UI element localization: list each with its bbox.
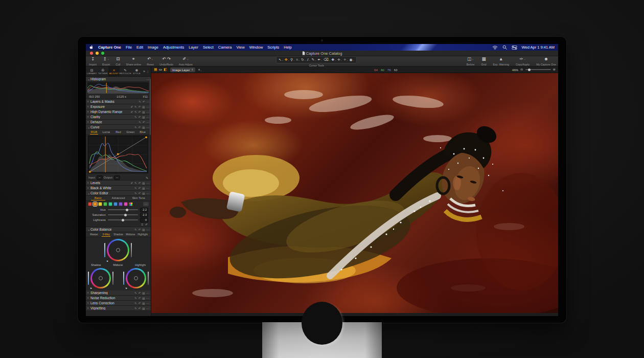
reset-button[interactable]: ↶⌄ Reset bbox=[147, 56, 154, 66]
menu-item-edit[interactable]: Edit bbox=[136, 45, 143, 50]
swatch-green[interactable] bbox=[103, 202, 107, 206]
tab-style[interactable]: ❋STYLE bbox=[131, 66, 143, 76]
hue-value[interactable]: 2.2 bbox=[140, 208, 148, 212]
reset-icon[interactable]: ↶ bbox=[139, 292, 141, 295]
curve-graph[interactable] bbox=[86, 135, 151, 175]
preset-icon[interactable]: ▤ bbox=[142, 105, 145, 108]
reset-icon[interactable]: ↶ bbox=[139, 187, 141, 190]
pen-icon[interactable]: ✐ bbox=[130, 182, 133, 185]
tab-menu-icon[interactable]: ⋮ bbox=[146, 70, 149, 73]
multi-view-icon[interactable]: ▦ bbox=[154, 68, 157, 72]
layer-selector[interactable]: Image Layer ⇕ bbox=[170, 68, 196, 72]
curve-tab-red[interactable]: Red bbox=[112, 130, 125, 135]
swatch-aqua[interactable] bbox=[108, 202, 112, 206]
preset-icon[interactable]: ▤ bbox=[142, 307, 145, 310]
brush-icon[interactable]: ✎ bbox=[134, 302, 137, 305]
reset-icon[interactable]: ↶ bbox=[139, 182, 141, 185]
eraser-tool[interactable]: ⌫⌄ bbox=[324, 57, 331, 62]
curve-tab-rgb[interactable]: RGB bbox=[88, 130, 100, 135]
saturation-value[interactable]: 2.3 bbox=[140, 213, 148, 217]
swatch-orange[interactable] bbox=[93, 202, 97, 206]
copy-apply-button[interactable]: ✑⌄ Copy/Apply bbox=[516, 56, 530, 66]
brush-icon[interactable]: ✎ bbox=[134, 116, 137, 119]
input-value[interactable]: -- bbox=[97, 175, 103, 180]
brush-icon[interactable]: ✎ bbox=[134, 292, 137, 295]
brush-icon[interactable]: ✎ bbox=[134, 297, 137, 300]
swatch-all-colors[interactable] bbox=[129, 202, 133, 206]
apple-logo-icon[interactable] bbox=[89, 45, 94, 50]
brush-icon[interactable]: ✎ bbox=[134, 126, 137, 129]
brush-icon[interactable]: ✎ bbox=[134, 187, 137, 190]
swatch-more-button[interactable]: ⋯ bbox=[143, 202, 149, 206]
cb-tab-3way[interactable]: 3-Way bbox=[100, 232, 112, 237]
reset-icon[interactable]: ↶ bbox=[139, 110, 141, 114]
cb-tab-highlight[interactable]: Highlight bbox=[136, 232, 149, 237]
menu-item-image[interactable]: Image bbox=[148, 45, 158, 50]
color-editor-tab-advanced[interactable]: Advanced bbox=[108, 196, 129, 200]
wheel-right-slider[interactable] bbox=[148, 272, 149, 285]
preset-icon[interactable]: ▤ bbox=[142, 182, 145, 185]
menu-item-capture-one[interactable]: Capture One bbox=[98, 45, 121, 50]
output-value[interactable]: -- bbox=[114, 175, 120, 180]
swatch-blue[interactable] bbox=[113, 202, 118, 206]
wifi-icon[interactable] bbox=[492, 46, 498, 50]
reset-icon[interactable]: ↶ bbox=[139, 307, 141, 310]
more-icon[interactable]: ⋯ bbox=[147, 110, 150, 114]
panel-lens-correction[interactable]: › Lens Correction ✎↶▤⋯ bbox=[86, 301, 151, 306]
menu-item-scripts[interactable]: Scripts bbox=[267, 45, 279, 50]
list-icon[interactable]: ≡ bbox=[141, 222, 143, 227]
before-button[interactable]: ◫⌄ Before bbox=[467, 56, 475, 66]
zoom-in-icon[interactable]: ⊕ bbox=[553, 68, 556, 72]
brush-icon[interactable]: ✎ bbox=[139, 121, 141, 124]
heal-tool[interactable]: ✚⌄ bbox=[332, 57, 337, 62]
zoom-slider[interactable] bbox=[525, 69, 551, 70]
color-editor-tab-basic[interactable]: Basic bbox=[88, 196, 108, 200]
reset-icon[interactable]: ↶ bbox=[139, 126, 141, 129]
reset-icon[interactable]: ↶ bbox=[143, 121, 145, 124]
more-icon[interactable]: ⋯ bbox=[147, 307, 150, 310]
zoom-out-icon[interactable]: ⊖ bbox=[520, 68, 523, 72]
menu-clock[interactable]: Wed Apr 1 9:41 AM bbox=[522, 45, 555, 50]
preset-icon[interactable]: ▤ bbox=[142, 292, 145, 295]
panel-dehaze[interactable]: › Dehaze ✎↶⋯ bbox=[86, 120, 151, 125]
reset-icon[interactable]: ↶ bbox=[139, 228, 141, 231]
menu-item-camera[interactable]: Camera bbox=[218, 45, 232, 50]
menu-item-layer[interactable]: Layer bbox=[189, 45, 198, 50]
preset-icon[interactable]: ▤ bbox=[142, 302, 145, 305]
wheel-left-slider[interactable] bbox=[88, 272, 89, 285]
wheel-left-slider[interactable] bbox=[104, 243, 105, 257]
single-view-icon[interactable]: ▭ bbox=[159, 68, 163, 72]
highlight-wheel[interactable]: ▲ bbox=[126, 268, 146, 288]
panel-black-and-white[interactable]: › Black & White ✎↶▤⋯ bbox=[86, 186, 151, 191]
tab-library[interactable]: ⊟LIBRARY bbox=[86, 66, 98, 76]
menu-item-file[interactable]: File bbox=[126, 45, 132, 50]
color-editor-tab-skin-tone[interactable]: Skin Tone bbox=[128, 196, 149, 200]
curve-tab-luma[interactable]: Luma bbox=[100, 130, 112, 135]
menu-item-window[interactable]: Window bbox=[249, 45, 263, 50]
panel-levels[interactable]: › Levels ✐✎↶▤⋯ bbox=[86, 181, 151, 186]
preset-icon[interactable]: ▤ bbox=[142, 187, 145, 190]
search-icon[interactable] bbox=[502, 45, 507, 50]
more-icon[interactable]: ⋯ bbox=[147, 228, 150, 231]
tab-adjust[interactable]: ≡ADJUST bbox=[108, 66, 120, 76]
rotate-tool[interactable]: ↻⌄ bbox=[301, 57, 306, 62]
more-icon[interactable]: ⋯ bbox=[147, 105, 150, 108]
loupe-tool[interactable]: ⚲⌄ bbox=[290, 57, 295, 62]
preset-icon[interactable]: ▤ bbox=[142, 228, 145, 231]
tab-retouch[interactable]: ✎RETOUCH bbox=[120, 66, 131, 76]
panel-noise-reduction[interactable]: › Noise Reduction ✎↶▤⋯ bbox=[86, 296, 151, 301]
menu-item-help[interactable]: Help bbox=[284, 45, 291, 50]
reset-icon[interactable]: ↶ bbox=[143, 100, 145, 103]
preset-icon[interactable]: ▤ bbox=[142, 110, 145, 114]
curve-point-picker-icon[interactable]: ✎ bbox=[146, 176, 148, 180]
more-icon[interactable]: ⋯ bbox=[147, 187, 150, 190]
brush-icon[interactable]: ✎ bbox=[134, 307, 137, 310]
menu-item-select[interactable]: Select bbox=[203, 45, 214, 50]
pan-tool[interactable]: ✥⌄ bbox=[285, 57, 290, 62]
panel-vignetting[interactable]: › Vignetting ✎↶▤⋯ bbox=[86, 306, 151, 311]
reset-icon[interactable]: ↶ bbox=[139, 116, 141, 119]
more-tabs-icon[interactable]: » bbox=[143, 70, 145, 73]
reset-icon[interactable]: ↶ bbox=[139, 192, 141, 195]
preset-icon[interactable]: ▤ bbox=[142, 126, 145, 129]
panel-high-dynamic-range[interactable]: › High Dynamic Range ✐✎↶▤⋯ bbox=[86, 109, 151, 115]
